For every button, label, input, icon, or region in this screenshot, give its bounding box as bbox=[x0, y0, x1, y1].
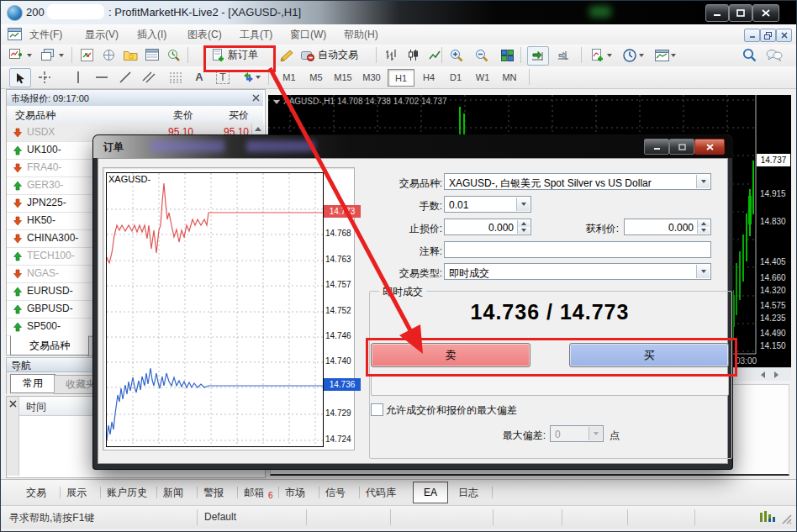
spinner-up-icon[interactable] bbox=[517, 220, 530, 227]
menu-charts[interactable]: 图表(C) bbox=[187, 28, 222, 42]
tab-history[interactable]: 账户历史 bbox=[107, 486, 147, 500]
new-chart-dropdown[interactable] bbox=[24, 46, 34, 64]
column-ask[interactable]: 买价 bbox=[197, 108, 249, 123]
dialog-close-button[interactable] bbox=[694, 139, 725, 155]
axis-label: 14.746 bbox=[325, 331, 361, 340]
close-icon[interactable] bbox=[252, 94, 260, 102]
tab-exposure[interactable]: 展示 bbox=[66, 486, 87, 500]
timeframe-w1[interactable]: W1 bbox=[470, 69, 495, 85]
symbol-select[interactable]: XAGUSD-, 白银美元 Spot Silver vs US Dollar bbox=[444, 173, 711, 190]
autoscroll-button[interactable] bbox=[527, 46, 549, 66]
scroll-up-icon[interactable] bbox=[255, 127, 261, 131]
timeframe-h4[interactable]: H4 bbox=[416, 69, 441, 85]
candlestick-button[interactable] bbox=[403, 46, 423, 64]
bar-chart-button[interactable] bbox=[381, 46, 401, 64]
timeframe-m1[interactable]: M1 bbox=[277, 69, 302, 85]
mdi-close-button[interactable] bbox=[776, 29, 792, 42]
tab-mailbox[interactable]: 邮箱 bbox=[244, 486, 264, 500]
profiles-dropdown[interactable] bbox=[56, 46, 66, 64]
data-window-button[interactable] bbox=[98, 46, 119, 64]
order-type-select[interactable]: 即时成交 bbox=[444, 263, 711, 280]
spinner-down-icon[interactable] bbox=[517, 227, 530, 234]
metaeditor-button[interactable] bbox=[277, 46, 297, 64]
order-dialog-titlebar[interactable]: 订单 bbox=[93, 135, 732, 158]
tab-ea[interactable]: EA bbox=[413, 482, 448, 503]
tick-chart-symbol: XAGUSD- bbox=[108, 174, 150, 184]
mdi-restore-button[interactable] bbox=[760, 29, 776, 42]
timeframe-m30[interactable]: M30 bbox=[359, 69, 384, 85]
column-symbol[interactable]: 交易品种 bbox=[15, 108, 55, 123]
navigator-button[interactable] bbox=[120, 46, 140, 64]
dialog-minimize-button[interactable] bbox=[644, 139, 669, 155]
menu-insert[interactable]: 插入(I) bbox=[137, 28, 166, 42]
tab-journal[interactable]: 日志 bbox=[458, 486, 478, 500]
menu-view[interactable]: 显示(V) bbox=[85, 28, 119, 42]
tab-common[interactable]: 常用 bbox=[10, 374, 55, 393]
chevron-down-icon[interactable] bbox=[516, 198, 530, 211]
chevron-down-icon[interactable] bbox=[696, 265, 710, 278]
status-profile[interactable]: Default bbox=[204, 511, 236, 523]
terminal-button[interactable] bbox=[142, 46, 162, 64]
scroll-right-icon[interactable] bbox=[774, 371, 779, 378]
chart-shift-button[interactable] bbox=[554, 46, 574, 64]
strategy-tester-button[interactable] bbox=[164, 46, 184, 64]
menu-tools[interactable]: 工具(T) bbox=[240, 28, 272, 42]
profiles-button[interactable] bbox=[38, 46, 58, 64]
stop-loss-input[interactable]: 0.000 bbox=[444, 219, 531, 235]
chevron-down-icon bbox=[589, 427, 602, 440]
timeframe-m5[interactable]: M5 bbox=[303, 69, 329, 85]
maximize-button[interactable] bbox=[729, 4, 752, 22]
autotrading-button[interactable]: 自动交易 bbox=[297, 46, 362, 64]
timeframe-h1[interactable]: H1 bbox=[388, 69, 414, 87]
channel-button[interactable] bbox=[139, 68, 159, 86]
cursor-button[interactable] bbox=[9, 68, 31, 87]
minimize-button[interactable] bbox=[705, 4, 729, 22]
tab-codebase[interactable]: 代码库 bbox=[366, 486, 396, 500]
tab-news[interactable]: 新闻 bbox=[163, 486, 183, 500]
crosshair-button[interactable] bbox=[34, 68, 55, 86]
timeframe-d1[interactable]: D1 bbox=[443, 69, 468, 85]
timeframe-m15[interactable]: M15 bbox=[330, 69, 356, 85]
scroll-left-icon[interactable] bbox=[761, 371, 765, 378]
horizontal-line-button[interactable] bbox=[92, 68, 112, 86]
periods-dropdown[interactable] bbox=[636, 46, 647, 64]
vertical-line-button[interactable] bbox=[68, 68, 88, 86]
mdi-minimize-button[interactable] bbox=[744, 29, 760, 42]
market-watch-button[interactable] bbox=[77, 46, 97, 64]
tab-signals[interactable]: 信号 bbox=[325, 486, 346, 500]
trendline-button[interactable] bbox=[115, 68, 135, 86]
tab-trade[interactable]: 交易 bbox=[26, 486, 46, 500]
axis-label: 14.752 bbox=[325, 306, 361, 315]
resize-grip[interactable] bbox=[781, 514, 793, 525]
zoom-in-button[interactable] bbox=[446, 46, 467, 64]
dialog-restore-button[interactable] bbox=[669, 139, 694, 155]
tab-market[interactable]: 市场 bbox=[285, 486, 305, 500]
column-bid[interactable]: 卖价 bbox=[141, 108, 193, 123]
close-icon[interactable] bbox=[9, 400, 17, 408]
zoom-out-button[interactable] bbox=[472, 46, 492, 64]
column-time[interactable]: 时间 bbox=[26, 400, 46, 414]
new-chart-button[interactable] bbox=[6, 46, 26, 64]
deviation-checkbox[interactable] bbox=[371, 403, 383, 416]
take-profit-input[interactable]: 0.000 bbox=[624, 219, 711, 235]
fibonacci-button[interactable] bbox=[166, 68, 186, 86]
templates-dropdown[interactable] bbox=[668, 46, 678, 64]
tile-windows-button[interactable] bbox=[497, 46, 517, 64]
menu-file[interactable]: 文件(F) bbox=[29, 28, 62, 42]
deviation-checkbox-label: 允许成交价和报价的最大偏差 bbox=[386, 403, 517, 418]
spinner-down-icon[interactable] bbox=[697, 227, 710, 234]
close-button[interactable] bbox=[752, 4, 779, 22]
chat-button[interactable] bbox=[764, 46, 784, 64]
volume-select[interactable]: 0.01 bbox=[444, 196, 531, 213]
indicators-dropdown[interactable] bbox=[604, 46, 615, 64]
tab-symbols[interactable]: 交易品种 bbox=[10, 335, 89, 356]
chevron-down-icon[interactable] bbox=[696, 175, 710, 188]
timeframe-mn[interactable]: MN bbox=[497, 69, 522, 85]
tick-chart-canvas bbox=[107, 173, 323, 446]
spinner-up-icon[interactable] bbox=[697, 220, 710, 227]
menu-help[interactable]: 帮助(H) bbox=[344, 28, 378, 42]
comment-input[interactable] bbox=[444, 241, 711, 258]
tab-alerts[interactable]: 警报 bbox=[203, 486, 224, 500]
menu-window[interactable]: 窗口(W) bbox=[290, 28, 326, 42]
search-button[interactable] bbox=[739, 46, 759, 64]
